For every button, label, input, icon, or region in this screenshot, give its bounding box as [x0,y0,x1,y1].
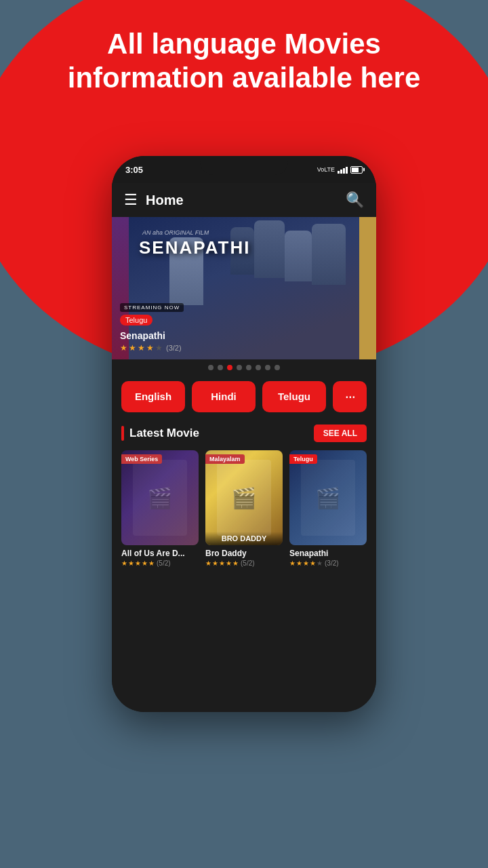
badge-webseries: Web Series [121,454,162,464]
star-2: ★ [129,343,136,353]
section-title-bar: Latest Movie [121,426,199,441]
star-1: ★ [120,343,127,353]
banner-rating: ★ ★ ★ ★ ★ (3/2) [120,343,368,353]
language-filter-row: English Hindi Telugu ⋯ [112,376,376,418]
language-pill-telugu[interactable]: Telugu [262,381,326,412]
promo-line1: All language Movies [107,28,381,60]
language-pill-hindi[interactable]: Hindi [192,381,256,412]
app-title: Home [146,193,346,208]
movie-title-bro-daddy: Bro Daddy [205,549,283,558]
volte-indicator: VoLTE [317,166,335,173]
dot-5[interactable] [246,365,251,370]
section-title: Latest Movie [129,427,199,440]
movie-card-senapathi[interactable]: 🎬 Telugu Senapathi ★ ★ ★ ★ ★ (3/2) [289,450,367,567]
language-badge: Telugu [120,315,152,326]
movie-rating-bro-daddy: ★ ★ ★ ★ ★ (5/2) [205,559,283,567]
phone-notch [200,156,288,175]
latest-movie-header: Latest Movie SEE ALL [112,418,376,448]
star-5: ★ [155,343,163,353]
red-accent-bar [121,426,124,441]
movie-title-all-of-us: All of Us Are D... [121,549,199,558]
star-half: ★ [146,343,154,353]
badge-telugu: Telugu [289,454,317,464]
status-icons: VoLTE [317,165,363,174]
dot-1[interactable] [208,365,214,370]
promo-line2: information available here [68,62,421,94]
movie-poster-senapathi: 🎬 Telugu [289,450,367,545]
movie-card-bro-daddy[interactable]: 🎬 Malayalam BRO DADDY Bro Daddy ★ ★ ★ ★ … [205,450,283,567]
signal-icon [338,165,348,174]
rating-count-3: (3/2) [325,559,339,567]
banner-movie-title-large: SENAPATHI [139,237,250,258]
banner-movie-subtitle: Senapathi [120,330,165,341]
star-3: ★ [138,343,145,353]
phone-frame: 3:05 VoLTE ☰ Home 🔍 [112,156,376,712]
app-header: ☰ Home 🔍 [112,183,376,217]
banner-carousel[interactable]: AN aha ORIGINAL FILM SENAPATHI STREAMING… [112,217,376,359]
language-pill-english[interactable]: English [121,381,185,412]
dot-4[interactable] [237,365,242,370]
streaming-badge: STREAMING NOW [120,303,184,312]
language-pill-more[interactable]: ⋯ [333,381,367,412]
promo-header: All language Movies information availabl… [0,27,488,96]
movie-poster-bro-daddy: 🎬 Malayalam BRO DADDY [205,450,283,545]
time-display: 3:05 [125,165,143,175]
movie-poster-all-of-us: 🎬 Web Series [121,450,199,545]
dot-7[interactable] [265,365,270,370]
hamburger-icon[interactable]: ☰ [124,191,138,209]
movie-title-senapathi: Senapathi [289,549,367,558]
dot-3-active[interactable] [227,365,232,370]
see-all-button[interactable]: SEE ALL [314,425,367,442]
rating-count: (3/2) [166,344,182,352]
movie-rating-all-of-us: ★ ★ ★ ★ ★ (5/2) [121,559,199,567]
rating-count-1: (5/2) [157,559,171,567]
dot-2[interactable] [218,365,223,370]
dot-8[interactable] [274,365,280,370]
app-screen: ☰ Home 🔍 AN aha ORIGINAL FILM SENAPAT [112,183,376,712]
aha-original-text: AN aha ORIGINAL FILM [142,229,209,236]
battery-icon [350,166,363,174]
badge-malayalam: Malayalam [205,454,245,464]
bro-daddy-title-overlay: BRO DADDY [205,532,283,545]
carousel-dots [112,359,376,376]
banner-content: STREAMING NOW Telugu Senapathi ★ ★ ★ ★ ★… [112,294,376,359]
dot-6[interactable] [256,365,261,370]
status-bar: 3:05 VoLTE [112,156,376,183]
rating-count-2: (5/2) [241,559,255,567]
movie-card-all-of-us[interactable]: 🎬 Web Series All of Us Are D... ★ ★ ★ ★ … [121,450,199,567]
movie-rating-senapathi: ★ ★ ★ ★ ★ (3/2) [289,559,367,567]
search-icon[interactable]: 🔍 [346,191,364,209]
movies-grid: 🎬 Web Series All of Us Are D... ★ ★ ★ ★ … [112,448,376,574]
